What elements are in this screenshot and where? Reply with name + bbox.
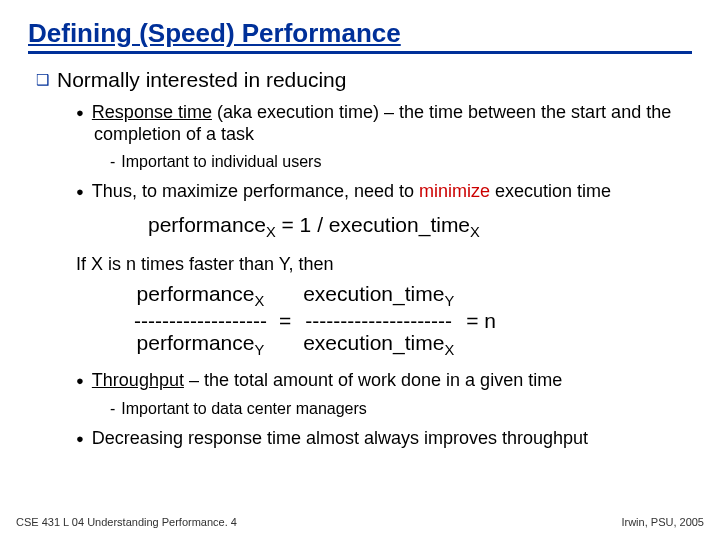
disc-bullet-icon: ● — [76, 105, 84, 120]
sub-y1: Y — [444, 293, 454, 309]
subbullet-individual-users: -Important to individual users — [110, 153, 692, 171]
subbullet-data-center: -Important to data center managers — [110, 400, 692, 418]
maximize-minimize: minimize — [419, 181, 490, 201]
formula-perf-exec: performanceX = 1 / execution_timeX — [148, 213, 692, 240]
maximize-a: Thus, to maximize performance, need to — [92, 181, 419, 201]
bullet-lvl1: ❑Normally interested in reducing — [36, 68, 692, 92]
bullet-decrease: ●Decreasing response time almost always … — [76, 428, 692, 450]
disc-bullet-icon: ● — [76, 184, 84, 199]
response-time-underline: Response time — [92, 102, 212, 122]
exec-y: execution_time — [303, 282, 444, 305]
sub-x2: X — [470, 224, 480, 240]
dash-icon: - — [110, 400, 115, 417]
bullet-throughput: ●Throughput – the total amount of work d… — [76, 370, 692, 392]
footer-left: CSE 431 L 04 Understanding Performance. … — [16, 516, 237, 528]
dash-icon: - — [110, 153, 115, 170]
sub-x3: X — [254, 293, 264, 309]
throughput-rest: – the total amount of work done in a giv… — [184, 370, 562, 390]
faster-line: If X is n times faster than Y, then — [76, 254, 692, 275]
formula-eq: = 1 / execution_time — [276, 213, 470, 236]
slide-title: Defining (Speed) Performance — [28, 18, 692, 49]
ratio-formula: performanceX = execution_timeY = n -----… — [128, 283, 692, 358]
eq1: = — [273, 283, 297, 358]
throughput-underline: Throughput — [92, 370, 184, 390]
dash-line1: ------------------- — [128, 310, 273, 332]
exec-x: execution_time — [303, 331, 444, 354]
square-bullet-icon: ❑ — [36, 71, 49, 88]
sub-text2: Important to data center managers — [121, 400, 366, 417]
sub-x4: X — [444, 342, 454, 358]
eq-n: = n — [460, 283, 502, 358]
footer-right: Irwin, PSU, 2005 — [621, 516, 704, 528]
decrease-text: Decreasing response time almost always i… — [92, 428, 588, 448]
maximize-c: execution time — [490, 181, 611, 201]
perf-word: performance — [148, 213, 266, 236]
bullet-response-time: ●Response time (aka execution time) – th… — [76, 102, 692, 145]
title-underline — [28, 51, 692, 54]
bullet-maximize: ●Thus, to maximize performance, need to … — [76, 181, 692, 203]
footer: CSE 431 L 04 Understanding Performance. … — [16, 516, 704, 528]
dash-line2: --------------------- — [297, 310, 460, 332]
disc-bullet-icon: ● — [76, 431, 84, 446]
sub-text: Important to individual users — [121, 153, 321, 170]
sub-x: X — [266, 224, 276, 240]
disc-bullet-icon: ● — [76, 373, 84, 388]
sub-y2: Y — [254, 342, 264, 358]
lvl1-text: Normally interested in reducing — [57, 68, 346, 91]
perf-y: performance — [137, 331, 255, 354]
perf-x: performance — [137, 282, 255, 305]
